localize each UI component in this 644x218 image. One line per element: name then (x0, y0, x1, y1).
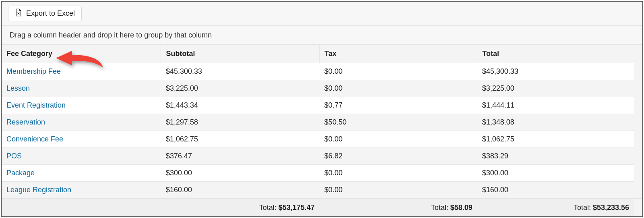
cell-subtotal: $300.00 (161, 165, 320, 182)
fee-category-link[interactable]: Reservation (6, 118, 45, 126)
export-to-excel-button[interactable]: Export to Excel (8, 6, 82, 21)
column-header-fee-category[interactable]: Fee Category (2, 45, 161, 63)
table-row: Event Registration$1,443.34$0.77$1,444.1… (2, 97, 642, 114)
cell-tax: $0.00 (320, 131, 477, 148)
cell-fee-category: Package (2, 165, 161, 182)
table-row: League Registration$160.00$0.00$160.00 (2, 182, 642, 199)
cell-total: $1,348.08 (477, 114, 634, 131)
cell-fee-category: Event Registration (2, 97, 161, 114)
cell-total: $300.00 (477, 165, 634, 182)
scrollbar-header-spacer (634, 45, 642, 63)
grid-panel: Export to Excel Drag a column header and… (1, 1, 643, 217)
cell-fee-category: Convenience Fee (2, 131, 161, 148)
table-row: Convenience Fee$1,062.75$0.00$1,062.75 (2, 131, 642, 148)
cell-subtotal: $1,297.58 (161, 114, 320, 131)
cell-tax: $0.00 (320, 182, 477, 199)
header-row: Fee Category Subtotal Tax Total (2, 45, 642, 63)
column-header-subtotal[interactable]: Subtotal (161, 45, 320, 63)
file-excel-icon (15, 8, 22, 19)
column-header-total[interactable]: Total (477, 45, 634, 63)
cell-tax: $0.00 (320, 63, 477, 80)
cell-fee-category: Lesson (2, 80, 161, 97)
cell-fee-category: Membership Fee (2, 63, 161, 80)
cell-fee-category: Reservation (2, 114, 161, 131)
cell-subtotal: $45,300.33 (161, 63, 320, 80)
cell-tax: $0.00 (320, 165, 477, 182)
cell-subtotal: $1,062.75 (161, 131, 320, 148)
table-row: Package$300.00$0.00$300.00 (2, 165, 642, 182)
table-row: Reservation$1,297.58$50.50$1,348.08 (2, 114, 642, 131)
column-header-tax[interactable]: Tax (320, 45, 477, 63)
fee-category-link[interactable]: Event Registration (6, 101, 66, 109)
cell-total: $3,225.00 (477, 80, 634, 97)
cell-total: $1,444.11 (477, 97, 634, 114)
table-row: POS$376.47$6.82$383.29 (2, 148, 642, 165)
fee-summary-grid: Fee Category Subtotal Tax Total Membersh… (2, 45, 642, 217)
cell-tax: $0.00 (320, 80, 477, 97)
cell-tax: $6.82 (320, 148, 477, 165)
table-row: Membership Fee$45,300.33$0.00$45,300.33 (2, 63, 642, 80)
group-by-drop-zone[interactable]: Drag a column header and drop it here to… (2, 26, 642, 45)
toolbar: Export to Excel (2, 2, 642, 26)
cell-total: $45,300.33 (477, 63, 634, 80)
fee-category-link[interactable]: League Registration (6, 186, 71, 194)
export-label: Export to Excel (26, 9, 75, 18)
footer-tax: Total: $58.09 (320, 199, 477, 217)
footer-row: Total: $53,175.47 Total: $58.09 Total: $… (2, 199, 642, 217)
cell-subtotal: $160.00 (161, 182, 320, 199)
table-row: Lesson$3,225.00$0.00$3,225.00 (2, 80, 642, 97)
cell-total: $383.29 (477, 148, 634, 165)
vertical-scrollbar[interactable] (634, 63, 642, 199)
cell-tax: $0.77 (320, 97, 477, 114)
cell-subtotal: $376.47 (161, 148, 320, 165)
fee-category-link[interactable]: Lesson (6, 84, 30, 92)
fee-category-link[interactable]: Package (6, 169, 35, 177)
cell-tax: $50.50 (320, 114, 477, 131)
cell-total: $1,062.75 (477, 131, 634, 148)
footer-total: Total: $53,233.56 (477, 199, 634, 217)
footer-empty (2, 199, 161, 217)
cell-subtotal: $3,225.00 (161, 80, 320, 97)
footer-subtotal: Total: $53,175.47 (161, 199, 320, 217)
cell-subtotal: $1,443.34 (161, 97, 320, 114)
scrollbar-footer-spacer (634, 199, 642, 217)
cell-total: $160.00 (477, 182, 634, 199)
cell-fee-category: League Registration (2, 182, 161, 199)
fee-category-link[interactable]: Convenience Fee (6, 135, 63, 143)
fee-category-link[interactable]: POS (6, 152, 22, 160)
fee-category-link[interactable]: Membership Fee (6, 67, 61, 75)
cell-fee-category: POS (2, 148, 161, 165)
